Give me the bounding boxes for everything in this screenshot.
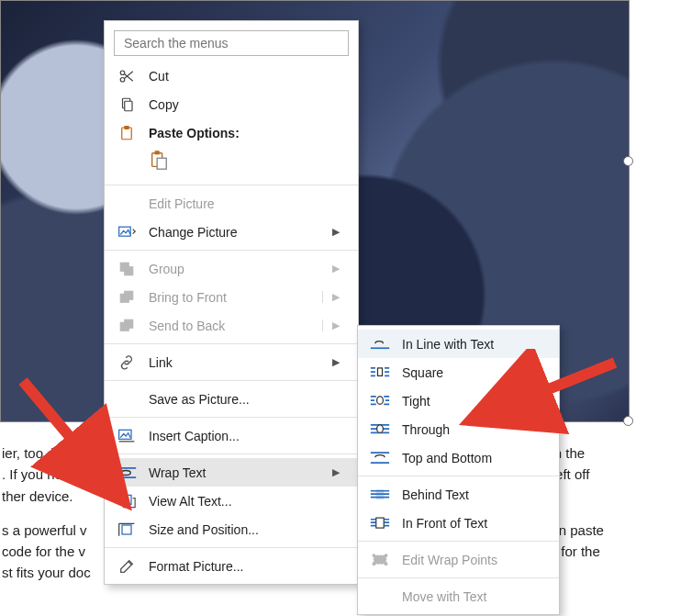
body-frag: code for the v — [2, 543, 85, 559]
menu-item-copy[interactable]: Copy — [105, 90, 358, 118]
submenu-item-inline[interactable]: In Line with Text — [358, 330, 559, 358]
wrap-through-icon — [369, 420, 391, 439]
paste-option-picture-icon[interactable] — [149, 151, 169, 171]
svg-rect-11 — [125, 266, 133, 274]
wrap-tight-icon — [369, 392, 391, 410]
resize-handle-right-bottom[interactable] — [623, 416, 633, 426]
svg-point-22 — [377, 424, 384, 431]
menu-separator — [358, 476, 559, 476]
caption-icon — [116, 427, 138, 445]
menu-label: Bring to Front — [149, 290, 311, 305]
svg-rect-7 — [155, 151, 159, 154]
svg-point-28 — [373, 562, 375, 565]
submenu-item-behind-text[interactable]: Behind Text — [358, 480, 559, 509]
menu-label: Copy — [149, 97, 340, 112]
menu-label: Wrap Text — [149, 465, 319, 480]
menu-item-wrap-text[interactable]: Wrap Text ▶ — [105, 458, 358, 487]
svg-rect-18 — [122, 525, 131, 534]
menu-label: Insert Caption... — [149, 429, 340, 443]
menu-label: Top and Bottom — [402, 451, 541, 465]
svg-marker-19 — [121, 560, 133, 572]
menu-separator — [105, 417, 358, 418]
submenu-caret-icon: ▶ — [330, 466, 340, 478]
menu-separator — [105, 250, 358, 251]
format-picture-icon — [116, 557, 138, 576]
body-frag: ther device. — [2, 488, 73, 504]
menu-item-size-position[interactable]: Size and Position... — [105, 515, 358, 543]
wrap-text-icon — [116, 464, 138, 482]
edit-wrap-points-icon — [369, 551, 391, 569]
menu-label: Move with Text — [402, 589, 541, 604]
context-menu: Cut Copy Paste Options: — [104, 20, 359, 585]
menu-label: View Alt Text... — [149, 494, 340, 509]
svg-point-21 — [377, 396, 384, 403]
menu-separator — [105, 343, 358, 344]
menu-item-format-picture[interactable]: Format Picture... — [105, 552, 358, 580]
menu-label: Tight — [402, 394, 541, 409]
menu-item-insert-caption[interactable]: Insert Caption... — [105, 421, 358, 450]
link-icon — [116, 353, 138, 372]
menu-separator — [105, 185, 358, 185]
menu-label: Size and Position... — [149, 522, 340, 537]
alt-text-icon — [116, 492, 138, 510]
menu-item-save-as-picture[interactable]: Save as Picture... — [105, 385, 358, 413]
menu-label: Save as Picture... — [149, 392, 340, 407]
submenu-item-square[interactable]: Square — [358, 358, 559, 386]
menu-separator — [105, 547, 358, 548]
wrap-top-bottom-icon — [369, 449, 391, 467]
menu-separator — [105, 380, 358, 381]
svg-point-0 — [120, 71, 125, 75]
split-caret-icon: ▶ — [322, 319, 340, 331]
submenu-item-tight[interactable]: Tight — [358, 386, 559, 415]
menu-item-cut[interactable]: Cut — [105, 62, 358, 90]
send-back-icon — [116, 317, 138, 335]
menu-item-change-picture[interactable]: Change Picture ▶ — [105, 218, 358, 246]
menu-item-link[interactable]: Link ▶ — [105, 348, 358, 376]
svg-rect-3 — [125, 101, 132, 111]
svg-rect-20 — [377, 367, 382, 375]
menu-search-input[interactable] — [114, 30, 349, 56]
menu-label: Through — [402, 422, 541, 437]
resize-handle-right-mid[interactable] — [623, 156, 633, 166]
svg-rect-13 — [125, 291, 133, 299]
wrap-text-submenu: In Line with Text Square Tight — [357, 325, 560, 615]
bring-front-icon — [116, 288, 138, 307]
blank-icon — [369, 588, 391, 606]
menu-label: Paste Options: — [149, 126, 340, 140]
size-position-icon — [116, 521, 138, 539]
menu-item-group: Group ▶ — [105, 254, 358, 283]
group-icon — [116, 260, 138, 278]
menu-item-paste-options: Paste Options: — [105, 118, 358, 147]
menu-label: Link — [149, 355, 319, 370]
scissors-icon — [116, 67, 138, 85]
submenu-item-in-front[interactable]: In Front of Text — [358, 509, 559, 537]
submenu-item-top-bottom[interactable]: Top and Bottom — [358, 443, 559, 472]
submenu-caret-icon: ▶ — [330, 226, 340, 238]
svg-point-1 — [120, 77, 125, 82]
menu-separator — [105, 454, 358, 454]
menu-label: Send to Back — [149, 319, 311, 333]
svg-rect-15 — [120, 322, 128, 330]
wrap-inline-icon — [369, 335, 391, 353]
svg-rect-17 — [119, 495, 131, 504]
svg-point-27 — [385, 554, 387, 556]
submenu-item-through[interactable]: Through — [358, 415, 559, 443]
paste-options-row — [105, 147, 358, 181]
body-frag: ier, too, in — [2, 445, 65, 461]
submenu-caret-icon: ▶ — [330, 356, 340, 368]
submenu-caret-icon: ▶ — [330, 263, 340, 274]
svg-point-26 — [373, 554, 375, 556]
copy-icon — [116, 95, 138, 114]
wrap-front-icon — [369, 514, 391, 532]
svg-point-29 — [385, 562, 387, 565]
menu-label: Edit Picture — [149, 196, 340, 211]
svg-rect-25 — [374, 555, 385, 564]
svg-rect-24 — [376, 518, 384, 528]
menu-item-edit-picture: Edit Picture — [105, 189, 358, 218]
document-canvas: groovyPost.com ier, too, in us on the . … — [0, 0, 692, 616]
menu-item-view-alt-text[interactable]: View Alt Text... — [105, 487, 358, 515]
menu-separator — [358, 541, 559, 542]
body-frag: s a powerful v — [2, 522, 87, 538]
change-picture-icon — [116, 223, 138, 241]
submenu-item-edit-wrap-points: Edit Wrap Points — [358, 545, 559, 574]
